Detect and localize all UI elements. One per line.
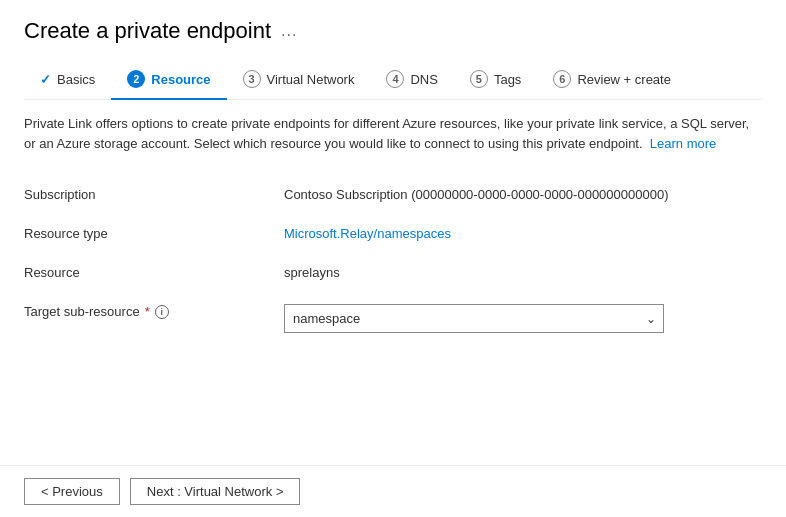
main-content: Create a private endpoint ... ✓ Basics 2…	[0, 0, 786, 465]
required-indicator: *	[145, 304, 150, 319]
target-sub-resource-dropdown-container: namespace ⌄	[284, 300, 762, 333]
resource-row: Resource sprelayns	[24, 251, 762, 290]
form-section: Subscription Contoso Subscription (00000…	[24, 173, 762, 343]
tab-resource[interactable]: 2 Resource	[111, 62, 226, 100]
tab-virtual-network-label: Virtual Network	[267, 72, 355, 87]
previous-button[interactable]: < Previous	[24, 478, 120, 505]
resource-type-label: Resource type	[24, 222, 284, 241]
ellipsis-menu-button[interactable]: ...	[281, 22, 297, 40]
tab-basics-label: Basics	[57, 72, 95, 87]
tab-resource-label: Resource	[151, 72, 210, 87]
dropdown-wrapper: namespace ⌄	[284, 304, 664, 333]
tab-review-create-number: 6	[553, 70, 571, 88]
tab-tags-label: Tags	[494, 72, 521, 87]
resource-value: sprelayns	[284, 261, 762, 280]
tab-virtual-network[interactable]: 3 Virtual Network	[227, 62, 371, 100]
target-sub-resource-row: Target sub-resource * i namespace ⌄	[24, 290, 762, 343]
page-header: Create a private endpoint ...	[24, 18, 762, 44]
page-title: Create a private endpoint	[24, 18, 271, 44]
target-sub-resource-label: Target sub-resource * i	[24, 300, 284, 319]
description-text: Private Link offers options to create pr…	[24, 114, 762, 153]
tab-dns[interactable]: 4 DNS	[370, 62, 453, 100]
tab-dns-label: DNS	[410, 72, 437, 87]
resource-type-row: Resource type Microsoft.Relay/namespaces	[24, 212, 762, 251]
subscription-row: Subscription Contoso Subscription (00000…	[24, 173, 762, 212]
tab-basics[interactable]: ✓ Basics	[24, 64, 111, 99]
resource-label: Resource	[24, 261, 284, 280]
tab-virtual-network-number: 3	[243, 70, 261, 88]
footer: < Previous Next : Virtual Network >	[0, 465, 786, 517]
next-virtual-network-button[interactable]: Next : Virtual Network >	[130, 478, 301, 505]
resource-type-value: Microsoft.Relay/namespaces	[284, 222, 762, 241]
learn-more-link[interactable]: Learn more	[650, 136, 716, 151]
tab-tags[interactable]: 5 Tags	[454, 62, 537, 100]
tab-bar: ✓ Basics 2 Resource 3 Virtual Network 4 …	[24, 62, 762, 100]
tab-review-create[interactable]: 6 Review + create	[537, 62, 687, 100]
info-icon[interactable]: i	[155, 305, 169, 319]
subscription-value: Contoso Subscription (00000000-0000-0000…	[284, 183, 762, 202]
tab-resource-number: 2	[127, 70, 145, 88]
tab-tags-number: 5	[470, 70, 488, 88]
target-sub-resource-select[interactable]: namespace	[284, 304, 664, 333]
page-container: Create a private endpoint ... ✓ Basics 2…	[0, 0, 786, 517]
check-icon: ✓	[40, 72, 51, 87]
tab-review-create-label: Review + create	[577, 72, 671, 87]
subscription-label: Subscription	[24, 183, 284, 202]
tab-dns-number: 4	[386, 70, 404, 88]
